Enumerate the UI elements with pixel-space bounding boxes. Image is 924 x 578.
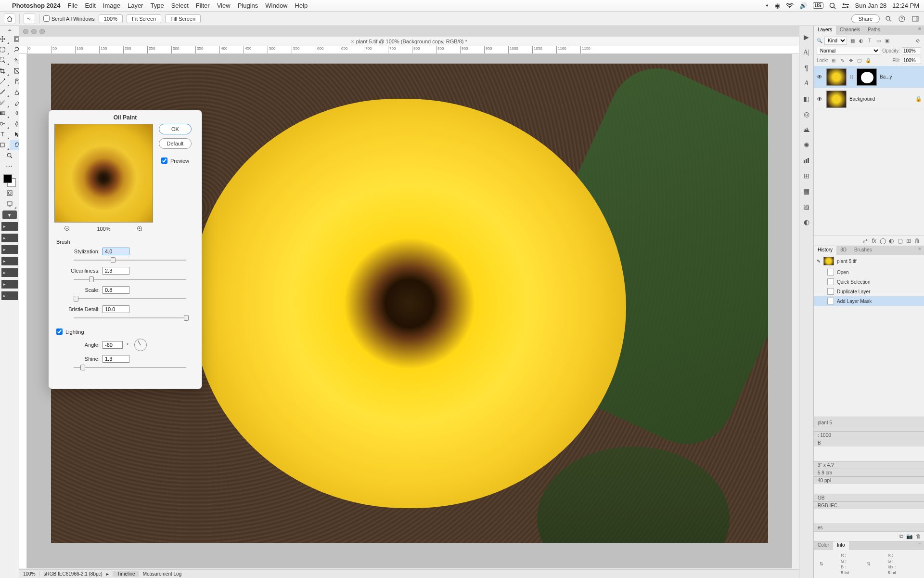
zoom-in-icon[interactable] <box>137 225 143 232</box>
snapshot-icon[interactable]: 📷 <box>906 533 913 539</box>
eyedropper-tool[interactable] <box>0 76 10 87</box>
layer-row[interactable]: 👁 Background 🔒 <box>814 88 924 110</box>
search-icon[interactable] <box>829 2 836 9</box>
history-state[interactable]: Duplicate Layer <box>814 287 924 296</box>
stylization-input[interactable] <box>103 248 129 255</box>
tab-channels[interactable]: Channels <box>836 26 864 35</box>
flyout-5[interactable]: ▸ <box>1 268 18 277</box>
fill-screen-button[interactable]: Fill Screen <box>165 14 201 23</box>
snapshot-brush-icon[interactable]: ✎ <box>817 259 821 264</box>
delete-state-icon[interactable]: 🗑 <box>916 533 921 539</box>
menubar-time[interactable]: 12:24 PM <box>892 2 919 9</box>
scale-slider[interactable] <box>74 295 186 302</box>
menu-plugins[interactable]: Plugins <box>238 2 258 9</box>
lighting-checkbox[interactable]: Lighting <box>56 328 194 335</box>
cleanliness-input[interactable] <box>103 267 129 275</box>
flyout-1[interactable]: ▸ <box>1 222 18 231</box>
filter-shape-icon[interactable]: ▭ <box>875 38 882 44</box>
search-app-icon[interactable] <box>884 14 893 24</box>
navigator-icon[interactable]: ◎ <box>802 110 811 118</box>
layer-fx-icon[interactable]: fx <box>870 237 878 244</box>
shine-slider[interactable] <box>74 364 186 371</box>
layer-thumbnail[interactable] <box>826 68 847 86</box>
volume-icon[interactable]: 🔊 <box>799 2 807 9</box>
bristle-detail-slider[interactable] <box>74 314 186 322</box>
panel-menu-icon[interactable]: ≡ <box>915 26 924 35</box>
visibility-icon[interactable]: 👁 <box>816 74 823 80</box>
status-profile[interactable]: sRGB IEC61966-2.1 (8bpc) ▸ <box>40 571 114 577</box>
adjustments-icon[interactable]: ✺ <box>802 141 811 149</box>
new-doc-from-state-icon[interactable]: ⧉ <box>899 533 903 539</box>
stylization-slider[interactable] <box>74 256 186 264</box>
default-button[interactable]: Default <box>159 138 192 149</box>
history-state[interactable]: Add Layer Mask <box>814 296 924 306</box>
add-adjustment-icon[interactable]: ◐ <box>887 237 895 244</box>
share-button[interactable]: Share <box>851 14 880 23</box>
shape-tool[interactable] <box>0 140 10 150</box>
link-layers-icon[interactable]: ⇄ <box>861 237 869 244</box>
filter-type-icon[interactable]: T <box>866 38 873 44</box>
snapshot-thumbnail[interactable] <box>823 257 834 265</box>
eyedropper-1-icon[interactable]: ⇅ <box>817 553 826 575</box>
menu-edit[interactable]: Edit <box>85 2 95 9</box>
preview-checkbox[interactable]: Preview <box>161 158 189 164</box>
wifi-icon[interactable] <box>786 3 794 9</box>
shine-input[interactable] <box>103 355 129 363</box>
app-name[interactable]: Photoshop 2024 <box>12 2 60 9</box>
move-tool[interactable] <box>0 34 10 44</box>
panel-menu-icon[interactable]: ≡ <box>915 541 924 550</box>
delete-layer-icon[interactable]: 🗑 <box>913 237 921 244</box>
eyedropper-2-icon[interactable]: ⇅ <box>864 553 873 575</box>
bristle-detail-input[interactable] <box>103 305 129 313</box>
layer-filter-kind[interactable]: Kind <box>824 37 847 45</box>
menu-help[interactable]: Help <box>295 2 308 9</box>
br
brush-tool[interactable] <box>0 87 10 97</box>
gradients-icon[interactable]: ◐ <box>802 218 811 226</box>
expand-tools[interactable]: ▾ <box>2 210 17 219</box>
flyout-4[interactable]: ▸ <box>1 257 18 265</box>
history-brush-tool[interactable] <box>0 97 10 108</box>
scale-input[interactable] <box>103 286 129 294</box>
opacity-input[interactable] <box>902 47 921 54</box>
tab-history[interactable]: History <box>814 246 836 255</box>
menu-type[interactable]: Type <box>150 2 164 9</box>
add-mask-icon[interactable]: ◯ <box>879 237 886 244</box>
lock-icon[interactable]: 🔒 <box>915 96 922 102</box>
help-icon[interactable]: ? <box>897 14 907 24</box>
menu-filter[interactable]: Filter <box>196 2 210 9</box>
styles-icon[interactable]: ◧ <box>802 94 811 103</box>
menu-image[interactable]: Image <box>103 2 120 9</box>
filter-preview[interactable] <box>54 124 153 223</box>
filter-pixel-icon[interactable]: ▦ <box>849 38 856 44</box>
zoom-level-button[interactable]: 100% <box>99 14 123 23</box>
input-source[interactable]: US <box>813 2 823 9</box>
layer-name[interactable]: Ba...y <box>880 74 892 79</box>
crop-tool[interactable] <box>0 66 10 76</box>
new-group-icon[interactable]: ▢ <box>896 237 904 244</box>
filter-adjust-icon[interactable]: ◐ <box>858 38 864 44</box>
lock-position-icon[interactable]: ✥ <box>847 57 854 64</box>
menu-window[interactable]: Window <box>265 2 287 9</box>
filter-toggle-icon[interactable]: ⊘ <box>914 38 921 44</box>
menu-view[interactable]: View <box>217 2 231 9</box>
home-button[interactable] <box>4 13 15 24</box>
edit-toolbar[interactable]: ⋯ <box>2 161 17 171</box>
oil-paint-dialog[interactable]: Oil Paint 100% OK Default Preview Brush … <box>48 110 202 389</box>
dodge-tool[interactable] <box>0 118 10 129</box>
menu-layer[interactable]: Layer <box>128 2 143 9</box>
histogram-icon[interactable] <box>802 125 811 134</box>
quick-mask-toggle[interactable] <box>2 188 17 198</box>
menu-select[interactable]: Select <box>171 2 189 9</box>
menubar-date[interactable]: Sun Jan 28 <box>855 2 887 9</box>
screen-mode-toggle[interactable] <box>2 198 17 209</box>
lock-pixels-icon[interactable]: ✎ <box>839 57 846 64</box>
play-icon[interactable]: ▶ <box>802 33 811 41</box>
type-tool[interactable]: T <box>0 129 10 140</box>
angle-dial[interactable] <box>134 339 147 351</box>
zoom-out-icon[interactable] <box>64 225 71 232</box>
flyout-7[interactable]: ▸ <box>1 291 18 300</box>
record-icon[interactable]: ◉ <box>775 2 780 9</box>
status-zoom[interactable]: 100% <box>19 571 40 577</box>
minimize-window-icon[interactable] <box>31 29 37 34</box>
lock-artboard-icon[interactable]: ▢ <box>856 57 863 64</box>
